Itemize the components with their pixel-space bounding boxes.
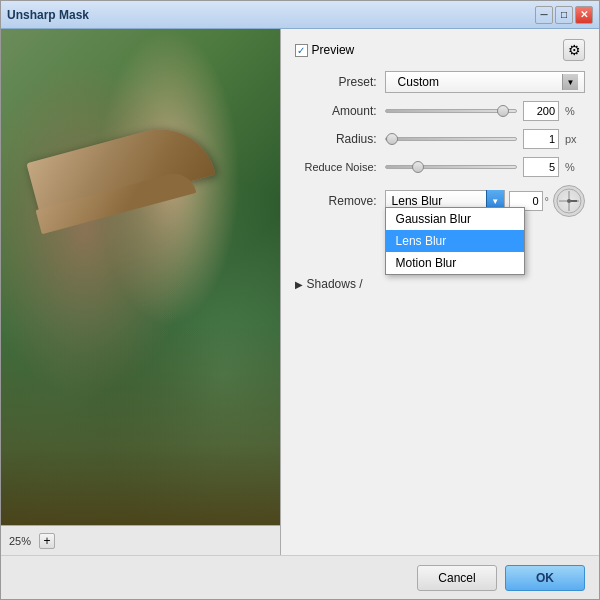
amount-slider-container: % (385, 101, 585, 121)
degree-label: ° (545, 195, 549, 207)
amount-unit: % (565, 105, 585, 117)
preset-value: Custom (392, 75, 445, 89)
amount-slider-thumb[interactable] (497, 105, 509, 117)
preview-checkbox[interactable]: ✓ (295, 44, 308, 57)
noise-slider-container: % (385, 157, 585, 177)
close-button[interactable]: ✕ (575, 6, 593, 24)
noise-slider-thumb[interactable] (412, 161, 424, 173)
amount-row: Amount: % (295, 101, 585, 121)
image-preview (1, 29, 280, 525)
noise-row: Reduce Noise: % (295, 157, 585, 177)
shadows-section: ▶ Shadows / (295, 277, 585, 291)
preset-row: Preset: Custom ▼ (295, 71, 585, 93)
title-bar: Unsharp Mask ─ □ ✕ (1, 1, 599, 29)
noise-label: Reduce Noise: (295, 161, 385, 173)
zoom-level: 25% (9, 535, 31, 547)
noise-slider[interactable] (385, 165, 517, 169)
dropdown-item-motion[interactable]: Motion Blur (386, 252, 524, 274)
shadows-expand-icon[interactable]: ▶ (295, 279, 303, 290)
title-bar-controls: ─ □ ✕ (535, 6, 593, 24)
minimize-button[interactable]: ─ (535, 6, 553, 24)
image-toolbar: 25% + (1, 525, 280, 555)
preview-label: Preview (312, 43, 355, 57)
dropdown-item-gaussian[interactable]: Gaussian Blur (386, 208, 524, 230)
zoom-in-button[interactable]: + (39, 533, 55, 549)
amount-slider[interactable] (385, 109, 517, 113)
amount-input[interactable] (523, 101, 559, 121)
noise-unit: % (565, 161, 585, 173)
content-area: 25% + ✓ Preview ⚙ Preset: Custom (1, 29, 599, 555)
radius-row: Radius: px (295, 129, 585, 149)
ok-button[interactable]: OK (505, 565, 585, 591)
controls-header: ✓ Preview ⚙ (295, 39, 585, 61)
remove-value: Lens Blur (386, 194, 449, 208)
settings-button[interactable]: ⚙ (563, 39, 585, 61)
window: Unsharp Mask ─ □ ✕ 25% + (0, 0, 600, 600)
noise-input[interactable] (523, 157, 559, 177)
preset-dropdown-arrow: ▼ (562, 74, 578, 90)
controls-panel: ✓ Preview ⚙ Preset: Custom ▼ Amount: (281, 29, 599, 555)
remove-row: Remove: Lens Blur ▼ ° (295, 185, 585, 217)
feathers (1, 325, 280, 525)
bird-beak (21, 109, 241, 289)
radius-input[interactable] (523, 129, 559, 149)
svg-point-4 (567, 199, 571, 203)
gear-icon: ⚙ (568, 42, 581, 58)
preset-label: Preset: (295, 75, 385, 89)
amount-label: Amount: (295, 104, 385, 118)
radius-label: Radius: (295, 132, 385, 146)
maximize-button[interactable]: □ (555, 6, 573, 24)
preview-checkbox-row: ✓ Preview (295, 43, 355, 57)
remove-dropdown-menu: Gaussian Blur Lens Blur Motion Blur (385, 207, 525, 275)
bottom-bar: Cancel OK (1, 555, 599, 599)
remove-label: Remove: (295, 194, 385, 208)
compass-widget[interactable] (553, 185, 585, 217)
image-panel: 25% + (1, 29, 281, 555)
radius-unit: px (565, 133, 585, 145)
radius-slider[interactable] (385, 137, 517, 141)
cancel-button[interactable]: Cancel (417, 565, 497, 591)
radius-slider-container: px (385, 129, 585, 149)
radius-slider-thumb[interactable] (386, 133, 398, 145)
dropdown-item-lens[interactable]: Lens Blur (386, 230, 524, 252)
shadows-label: Shadows / (307, 277, 363, 291)
window-title: Unsharp Mask (7, 8, 89, 22)
preset-dropdown[interactable]: Custom ▼ (385, 71, 585, 93)
